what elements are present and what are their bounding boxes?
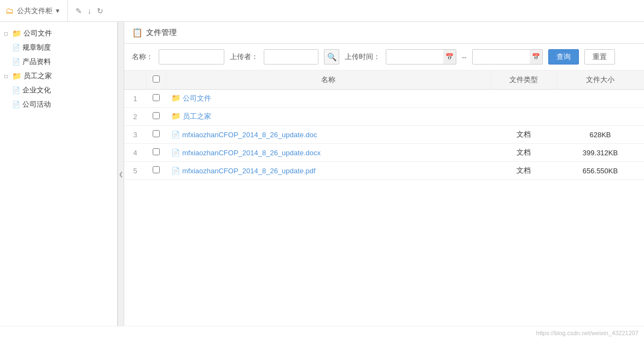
file-icon-rules: 📄 <box>12 44 20 51</box>
sidebar-label-employee-home: 员工之家 <box>24 71 52 81</box>
top-header-left: 🗂 公共文件柜 ▾ <box>5 0 68 21</box>
name-label: 名称： <box>132 52 153 62</box>
table-row: 4 📄mfxiaozhanCFOP_2014_8_26_update.docx … <box>124 144 644 162</box>
col-type-header: 文件类型 <box>491 71 556 90</box>
sidebar-item-culture[interactable]: 📄 企业文化 <box>0 83 117 97</box>
row-type: 文档 <box>491 144 556 162</box>
sidebar-collapse-handle[interactable]: ❮ <box>118 22 124 326</box>
uploader-label: 上传者： <box>230 52 258 62</box>
sidebar-item-rules[interactable]: 📄 规章制度 <box>0 40 117 55</box>
row-name: 📄mfxiaozhanCFOP_2014_8_26_update.doc <box>166 126 491 144</box>
row-checkbox[interactable] <box>153 112 160 119</box>
folder-icon: 🗂 <box>5 6 14 15</box>
row-check <box>146 144 166 162</box>
row-size: 628KB <box>556 126 644 144</box>
date-end-picker-icon[interactable]: 📅 <box>530 49 543 65</box>
row-name: 📁公司文件 <box>166 90 491 108</box>
query-button[interactable]: 查询 <box>548 49 579 65</box>
date-start-wrapper: 📅 <box>386 49 456 65</box>
date-separator: -- <box>462 53 467 61</box>
collapse-icon-company: □ <box>4 31 11 37</box>
table-row: 1 📁公司文件 <box>124 90 644 108</box>
row-check <box>146 90 166 108</box>
file-link[interactable]: mfxiaozhanCFOP_2014_8_26_update.doc <box>182 131 317 139</box>
row-type: 文档 <box>491 126 556 144</box>
date-start-input[interactable] <box>386 49 446 65</box>
row-checkbox[interactable] <box>153 130 160 137</box>
table-row: 5 📄mfxiaozhanCFOP_2014_8_26_update.pdf 文… <box>124 162 644 180</box>
row-checkbox[interactable] <box>153 94 160 101</box>
filter-bar: 名称： 上传者： 🔍 上传时间： 📅 -- 📅 查询 重置 <box>124 44 644 71</box>
file-table: 名称 文件类型 文件大小 1 📁公司文件 2 📁员工之家 3 📄mfxiaozh <box>124 71 644 326</box>
row-check <box>146 162 166 180</box>
cabinet-title: 公共文件柜 <box>17 6 53 16</box>
file-icon-products: 📄 <box>12 58 20 66</box>
folder-icon: 📁 <box>171 93 181 102</box>
sidebar-label-activities: 公司活动 <box>22 100 51 109</box>
row-check <box>146 108 166 126</box>
row-num: 4 <box>124 144 146 162</box>
sidebar-item-company-files[interactable]: □ 📁 公司文件 <box>0 26 117 40</box>
row-name: 📄mfxiaozhanCFOP_2014_8_26_update.docx <box>166 144 491 162</box>
footer: https://blog.csdn.net/weixin_43221207 <box>0 326 644 339</box>
row-check <box>146 126 166 144</box>
sidebar-item-employee-home[interactable]: □ 📁 员工之家 <box>0 69 117 83</box>
sidebar-item-products[interactable]: 📄 产品资料 <box>0 55 117 69</box>
watermark: https://blog.csdn.net/weixin_43221207 <box>536 330 639 336</box>
row-type: 文档 <box>491 162 556 180</box>
collapse-icon-employee: □ <box>4 73 11 79</box>
row-size <box>556 90 644 108</box>
sidebar-label-culture: 企业文化 <box>22 85 51 95</box>
reset-button[interactable]: 重置 <box>584 49 615 65</box>
sidebar-item-activities[interactable]: 📄 公司活动 <box>0 97 117 112</box>
date-start-picker-icon[interactable]: 📅 <box>443 49 456 65</box>
content-area: 📋 文件管理 名称： 上传者： 🔍 上传时间： 📅 -- 📅 查询 重置 <box>124 22 644 326</box>
col-num <box>124 71 146 90</box>
content-header: 📋 文件管理 <box>124 22 644 44</box>
top-header: 🗂 公共文件柜 ▾ ✎ ↓ ↻ <box>0 0 644 22</box>
sidebar-label-company-files: 公司文件 <box>24 28 52 38</box>
folder-icon-employee: 📁 <box>12 72 21 80</box>
row-num: 3 <box>124 126 146 144</box>
down-icon[interactable]: ↓ <box>88 7 91 15</box>
sidebar: □ 📁 公司文件 📄 规章制度 📄 产品资料 □ 📁 员工之家 📄 企业文化 📄… <box>0 22 118 326</box>
main-layout: □ 📁 公司文件 📄 规章制度 📄 产品资料 □ 📁 员工之家 📄 企业文化 📄… <box>0 22 644 326</box>
uploader-input[interactable] <box>264 49 318 65</box>
sidebar-label-products: 产品资料 <box>22 57 51 67</box>
row-checkbox[interactable] <box>153 148 160 155</box>
row-name: 📄mfxiaozhanCFOP_2014_8_26_update.pdf <box>166 162 491 180</box>
folder-icon-company: 📁 <box>12 29 21 38</box>
file-link[interactable]: 员工之家 <box>183 112 211 120</box>
row-num: 2 <box>124 108 146 126</box>
top-header-right: ✎ ↓ ↻ <box>68 7 103 15</box>
dropdown-icon[interactable]: ▾ <box>56 7 60 15</box>
refresh-icon[interactable]: ↻ <box>97 7 103 15</box>
file-link[interactable]: 公司文件 <box>183 94 211 102</box>
file-link[interactable]: mfxiaozhanCFOP_2014_8_26_update.pdf <box>182 167 316 175</box>
doc-icon: 📄 <box>171 167 180 175</box>
sidebar-label-rules: 规章制度 <box>22 43 51 52</box>
doc-icon: 📄 <box>171 149 180 157</box>
page-title: 文件管理 <box>146 28 177 38</box>
col-size-header: 文件大小 <box>556 71 644 90</box>
file-icon-activities: 📄 <box>12 101 20 108</box>
date-end-wrapper: 📅 <box>472 49 543 65</box>
row-type <box>491 108 556 126</box>
row-type <box>491 90 556 108</box>
col-name-header: 名称 <box>166 71 491 90</box>
col-check <box>146 71 166 90</box>
row-size: 656.550KB <box>556 162 644 180</box>
row-num: 1 <box>124 90 146 108</box>
name-input[interactable] <box>159 49 224 65</box>
select-all-checkbox[interactable] <box>153 75 160 83</box>
row-size: 399.312KB <box>556 144 644 162</box>
doc-icon: 📄 <box>171 131 180 139</box>
date-end-input[interactable] <box>472 49 532 65</box>
file-link[interactable]: mfxiaozhanCFOP_2014_8_26_update.docx <box>182 149 321 157</box>
table-row: 3 📄mfxiaozhanCFOP_2014_8_26_update.doc 文… <box>124 126 644 144</box>
row-checkbox[interactable] <box>153 166 160 173</box>
row-num: 5 <box>124 162 146 180</box>
table-row: 2 📁员工之家 <box>124 108 644 126</box>
search-button[interactable]: 🔍 <box>324 49 339 65</box>
edit-icon[interactable]: ✎ <box>76 7 82 15</box>
